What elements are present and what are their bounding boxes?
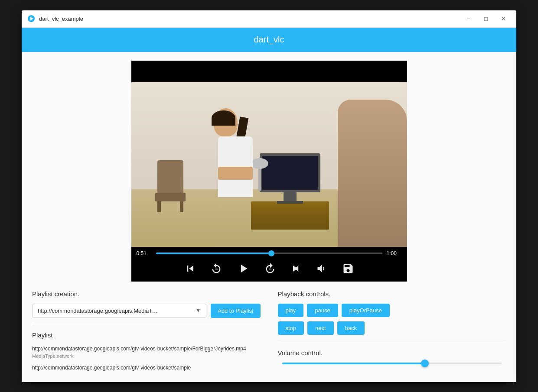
tv-base (277, 201, 303, 204)
total-time: 1:00 (387, 250, 402, 256)
progress-fill (156, 253, 271, 254)
dropdown-arrow-icon: ▼ (196, 308, 201, 314)
window-title: dart_vlc_example (39, 16, 461, 22)
playlist-title: Playlist (32, 331, 261, 339)
skip-to-end-icon (290, 262, 302, 275)
url-dropdown[interactable]: http://commondatastorage.googleapis.Medi… (32, 304, 206, 318)
window-controls: − □ ✕ (461, 12, 511, 25)
replay-10-button[interactable]: 10 (209, 261, 224, 276)
video-controls: 0:51 1:00 (131, 247, 407, 282)
person-arms (218, 167, 253, 180)
person-head (214, 108, 238, 136)
next-action-button[interactable]: next (307, 321, 334, 335)
volume-button[interactable] (314, 261, 330, 276)
svg-text:10: 10 (215, 268, 218, 270)
video-letterbox-top (131, 61, 407, 82)
volume-divider (278, 342, 506, 342)
right-panel: Playback controls. play pause playOrPaus… (278, 290, 506, 373)
save-icon (342, 262, 354, 275)
maximize-button[interactable]: □ (478, 12, 494, 25)
url-row: http://commondatastorage.googleapis.Medi… (32, 304, 261, 318)
list-item: http://commondatastorage.googleapis.com/… (32, 362, 261, 373)
skip-to-end-button[interactable] (288, 261, 304, 276)
current-time: 0:51 (137, 250, 152, 256)
progress-thumb (268, 250, 274, 256)
url-dropdown-value: http://commondatastorage.googleapis.Medi… (38, 308, 159, 314)
replay-10-icon: 10 (210, 262, 222, 275)
chair-seat (155, 193, 186, 201)
play-icon (236, 262, 250, 275)
video-scene (131, 82, 407, 247)
svg-text:10: 10 (268, 268, 271, 270)
playback-btn-row-2: stop next back (278, 321, 506, 335)
playlist-url-1: http://commondatastorage.googleapis.com/… (32, 346, 261, 352)
pause-action-button[interactable]: pause (307, 304, 338, 317)
volume-thumb (421, 360, 429, 367)
video-container: 0:51 1:00 (22, 52, 516, 282)
chair-leg-right (180, 201, 183, 212)
skip-to-start-icon (184, 262, 196, 275)
tv-stand (284, 192, 297, 201)
playlist-type-1: MediaType.network (32, 353, 73, 359)
playlist-url-2: http://commondatastorage.googleapis.com/… (32, 365, 261, 371)
scene-person-right (338, 100, 407, 247)
video-wrapper: 0:51 1:00 (131, 61, 407, 282)
forward-10-button[interactable]: 10 (262, 261, 278, 276)
person-body (218, 136, 253, 197)
close-button[interactable]: ✕ (496, 12, 511, 25)
back-action-button[interactable]: back (337, 321, 365, 335)
scene-chair (153, 160, 188, 212)
main-window: dart_vlc_example − □ ✕ dart_vlc (22, 10, 516, 382)
skip-to-start-button[interactable] (183, 261, 198, 276)
add-to-playlist-button[interactable]: Add to Playlist (211, 304, 260, 318)
tv-screen (260, 153, 320, 192)
scene-cabinet (251, 201, 329, 230)
play-action-button[interactable]: play (278, 304, 304, 317)
main-content: 0:51 1:00 (22, 52, 516, 382)
volume-slider-container (278, 363, 506, 364)
chair-leg-left (157, 201, 161, 212)
bottom-section: Playlist creation. http://commondatastor… (22, 282, 516, 382)
control-buttons: 10 10 (137, 260, 402, 277)
play-or-pause-action-button[interactable]: playOrPause (342, 304, 390, 317)
volume-icon (316, 262, 328, 275)
progress-bar-container: 0:51 1:00 (137, 250, 402, 256)
progress-track[interactable] (156, 253, 382, 254)
minimize-button[interactable]: − (461, 12, 476, 25)
scene-person-pianist (209, 108, 261, 230)
app-icon (27, 14, 36, 23)
playlist-creation-title: Playlist creation. (32, 290, 261, 298)
appbar: dart_vlc (22, 28, 516, 52)
volume-slider[interactable] (282, 363, 502, 364)
forward-10-icon: 10 (264, 262, 276, 275)
volume-title: Volume control. (278, 349, 506, 356)
volume-fill (282, 363, 425, 364)
video-frame (131, 82, 407, 247)
stop-action-button[interactable]: stop (278, 321, 304, 335)
playback-controls-title: Playback controls. (278, 290, 506, 298)
titlebar: dart_vlc_example − □ ✕ (22, 10, 516, 28)
play-button[interactable] (235, 260, 252, 277)
left-panel: Playlist creation. http://commondatastor… (32, 290, 261, 373)
appbar-title: dart_vlc (254, 35, 284, 45)
chair-back (157, 160, 183, 195)
person-hair (212, 110, 235, 126)
scene-tv (260, 153, 320, 204)
playlist-divider (32, 325, 261, 325)
list-item: http://commondatastorage.googleapis.com/… (32, 343, 261, 362)
playback-btn-row-1: play pause playOrPause (278, 304, 506, 317)
save-button[interactable] (340, 261, 356, 276)
